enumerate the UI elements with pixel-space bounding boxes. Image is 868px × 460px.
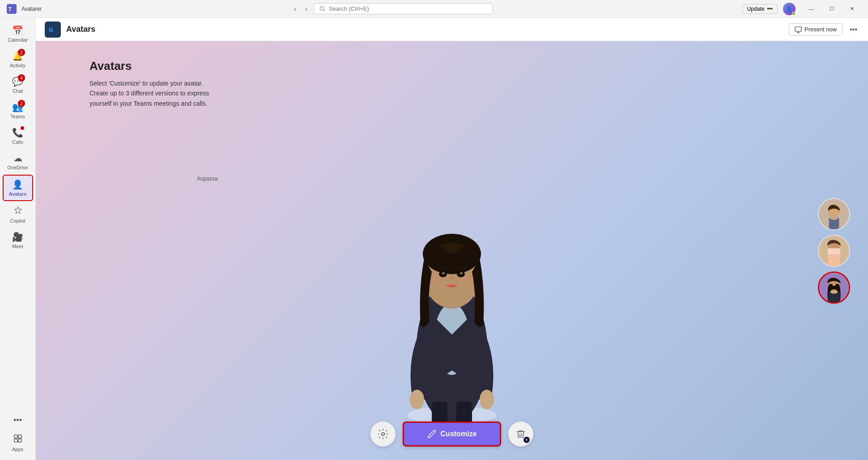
svg-rect-7 <box>14 439 17 442</box>
calendar-icon: 📅 <box>12 25 23 36</box>
avatar-desc-line3: yourself in your Teams meetings and call… <box>89 100 208 107</box>
more-options-button[interactable]: ••• <box>10 412 26 429</box>
settings-sub-icon <box>524 438 529 442</box>
present-now-label: Present now <box>804 26 837 33</box>
avatar-thumb-1[interactable] <box>818 198 850 230</box>
app-header-right: Present now ••• <box>789 23 859 36</box>
svg-text:T: T <box>9 6 12 12</box>
sidebar-item-onedrive[interactable]: ☁ OneDrive <box>3 149 33 174</box>
svg-point-25 <box>460 272 463 274</box>
sidebar-item-teams[interactable]: 👥 2 Teams <box>3 98 33 123</box>
app-header: G Avatars Present now ••• <box>36 18 868 41</box>
avatar-thumb-3[interactable] <box>818 271 850 304</box>
svg-rect-6 <box>18 435 21 438</box>
forward-button[interactable]: › <box>302 4 310 13</box>
svg-point-17 <box>410 390 424 409</box>
svg-point-43 <box>829 284 833 287</box>
meet-icon: 🎥 <box>12 232 23 242</box>
sidebar-item-avatars[interactable]: 👤 Avatars <box>3 175 33 201</box>
activity-badge: 2 <box>18 49 25 56</box>
svg-point-30 <box>382 433 385 436</box>
svg-point-22 <box>439 271 447 277</box>
user-avatar[interactable]: 👤 <box>783 3 796 15</box>
sidebar-item-meet[interactable]: 🎥 Meet <box>3 228 33 253</box>
sidebar-label-avatars: Avatars <box>9 191 27 197</box>
titlebar-left: T Avatarer <box>5 3 42 15</box>
content-area: G Avatars Present now ••• <box>36 18 868 460</box>
sidebar-label-copilot: Copilot <box>10 218 25 224</box>
avatar-figure <box>385 200 519 424</box>
titlebar-app-name: Avatarer <box>21 6 42 12</box>
titlebar-right: Update ••• 👤 — ☐ ✕ <box>742 2 863 16</box>
teams-logo-icon: T <box>5 3 18 15</box>
avatar-desc-line1: Select 'Customize' to update your avatar… <box>89 80 203 87</box>
sidebar: 📅 Calendar 🔔 2 Activity 💬 4 Chat 👥 2 <box>0 18 36 460</box>
sidebar-label-chat: Chat <box>13 88 23 94</box>
chat-icon: 💬 4 <box>12 76 23 87</box>
sidebar-label-onedrive: OneDrive <box>7 165 28 170</box>
avatar-page: Avatars Select 'Customize' to update you… <box>36 41 868 460</box>
sidebar-label-apps: Apps <box>12 447 23 452</box>
maximize-button[interactable]: ☐ <box>821 2 842 16</box>
sidebar-label-activity: Activity <box>10 63 26 68</box>
svg-point-27 <box>461 276 472 284</box>
svg-point-24 <box>442 272 445 274</box>
onedrive-icon: ☁ <box>13 153 22 163</box>
title-bar: T Avatarer ‹ › Update ••• 👤 — ☐ ✕ <box>0 0 868 18</box>
bottom-controls: Customize <box>370 421 533 447</box>
present-icon <box>795 26 802 33</box>
search-bar[interactable] <box>314 3 493 14</box>
svg-point-35 <box>830 215 838 219</box>
sidebar-item-copilot[interactable]: Copilot <box>3 202 33 227</box>
sidebar-item-calls[interactable]: 📞 Calls <box>3 124 33 148</box>
update-label: Update <box>747 6 765 12</box>
avatar-thumb-2[interactable] <box>818 235 850 267</box>
sidebar-item-chat[interactable]: 💬 4 Chat <box>3 73 33 97</box>
header-more-button[interactable]: ••• <box>848 24 859 35</box>
svg-rect-11 <box>795 27 801 31</box>
search-input[interactable] <box>329 5 487 12</box>
chat-badge: 4 <box>18 74 25 82</box>
delete-button[interactable] <box>508 421 533 447</box>
avatar-3d-svg <box>385 200 519 433</box>
titlebar-nav: ‹ › <box>291 3 492 14</box>
svg-line-3 <box>323 10 324 11</box>
svg-rect-8 <box>18 439 21 442</box>
calls-icon: 📞 <box>12 127 23 138</box>
sidebar-item-apps[interactable]: Apps <box>3 430 33 456</box>
search-icon <box>319 6 325 12</box>
pencil-icon <box>427 430 436 439</box>
svg-rect-38 <box>828 254 840 266</box>
sidebar-label-teams: Teams <box>10 114 25 119</box>
anpassa-label: Anpassa <box>197 176 218 182</box>
avatar-thumbnails <box>818 198 850 304</box>
page-title: Avatars <box>66 25 95 34</box>
teams-icon: 👥 2 <box>12 102 23 112</box>
customize-button[interactable]: Customize <box>403 421 501 447</box>
online-status-dot <box>792 12 796 15</box>
teams-badge: 2 <box>18 100 25 107</box>
avatar-desc-line2: Create up to 3 different versions to exp… <box>89 90 209 97</box>
sidebar-label-calendar: Calendar <box>8 37 28 43</box>
update-button[interactable]: Update ••• <box>742 4 778 14</box>
svg-text:G: G <box>49 26 53 33</box>
calls-badge-dot <box>21 126 24 130</box>
close-button[interactable]: ✕ <box>842 2 863 16</box>
app-header-left: G Avatars <box>45 21 95 38</box>
sidebar-label-meet: Meet <box>12 244 23 249</box>
customize-label: Customize <box>441 430 477 438</box>
sidebar-item-activity[interactable]: 🔔 2 Activity <box>3 47 33 72</box>
svg-point-26 <box>432 276 443 284</box>
settings-button[interactable] <box>370 421 396 447</box>
window-controls: — ☐ ✕ <box>801 2 863 16</box>
avatar-info-section: Avatars Select 'Customize' to update you… <box>89 59 209 108</box>
minimize-button[interactable]: — <box>801 2 821 16</box>
sidebar-label-calls: Calls <box>12 139 23 145</box>
sidebar-item-calendar[interactable]: 📅 Calendar <box>3 21 33 46</box>
svg-marker-4 <box>14 206 21 214</box>
copilot-icon <box>13 206 22 217</box>
update-more-icon: ••• <box>767 6 773 12</box>
back-button[interactable]: ‹ <box>291 4 299 13</box>
present-now-button[interactable]: Present now <box>789 23 842 36</box>
app-logo-icon: G <box>45 21 61 38</box>
